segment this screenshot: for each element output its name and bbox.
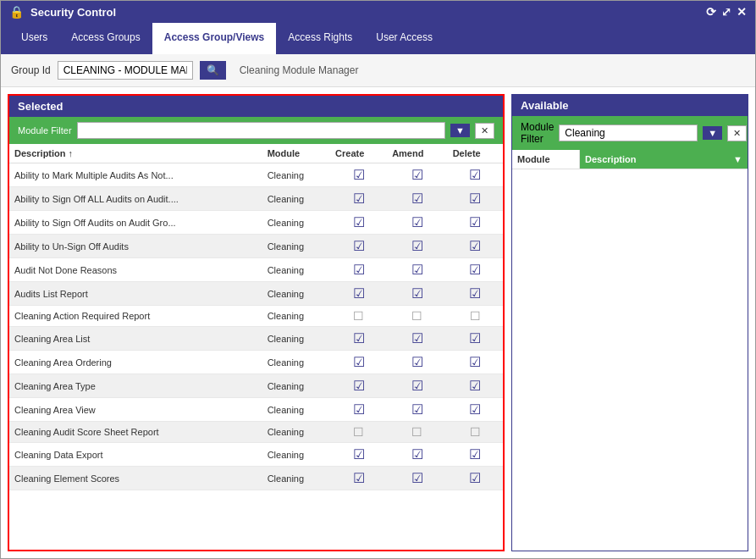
row-delete[interactable]: ☑ [448,282,503,306]
row-module: Cleaning [262,163,330,187]
table-row: Ability to Sign Off ALL Audits on Audit.… [9,187,503,211]
row-amend[interactable]: ☑ [387,211,448,235]
selected-filter-input[interactable] [77,122,446,139]
row-create[interactable]: ☑ [330,398,387,422]
row-delete[interactable]: ☑ [448,374,503,398]
row-delete[interactable]: ☑ [448,163,503,187]
nav-item-user-access[interactable]: User Access [364,23,444,54]
group-id-input[interactable] [58,61,193,80]
row-delete[interactable]: ☐ [448,306,503,327]
selected-table: Description ↑ Module Create Amend Delete… [9,144,503,490]
table-row: Ability to Un-Sign Off Audits Cleaning ☑… [9,235,503,258]
close-button[interactable]: ✕ [737,5,747,19]
row-module: Cleaning [262,258,330,282]
row-delete[interactable]: ☑ [448,443,503,467]
row-create[interactable]: ☑ [330,235,387,258]
row-create[interactable]: ☑ [330,374,387,398]
nav-item-users[interactable]: Users [9,23,59,54]
row-module: Cleaning [262,443,330,467]
group-description: Cleaning Module Manager [240,64,359,76]
row-create[interactable]: ☑ [330,351,387,374]
nav-item-access-group-views[interactable]: Access Group/Views [152,23,277,54]
table-row: Audits List Report Cleaning ☑ ☑ ☑ [9,282,503,306]
row-amend[interactable]: ☑ [387,282,448,306]
row-create[interactable]: ☑ [330,443,387,467]
row-description: Cleaning Audit Score Sheet Report [9,422,262,443]
nav-item-access-groups[interactable]: Access Groups [59,23,152,54]
row-delete[interactable]: ☑ [448,398,503,422]
row-delete[interactable]: ☑ [448,467,503,490]
row-description: Cleaning Action Required Report [9,306,262,327]
available-filter-clear[interactable]: ✕ [727,125,747,141]
row-create[interactable]: ☐ [330,306,387,327]
row-description: Cleaning Area List [9,327,262,351]
available-table-body [512,169,748,551]
available-panel: Available Module Filter ▼ ✕ Module Descr… [511,94,748,551]
col-create-header: Create [330,144,387,163]
row-description: Cleaning Area Ordering [9,351,262,374]
row-create[interactable]: ☑ [330,282,387,306]
nav-bar: Users Access Groups Access Group/Views A… [1,23,755,54]
row-module: Cleaning [262,467,330,490]
row-create[interactable]: ☑ [330,327,387,351]
content-area: Selected Module Filter ▼ ✕ Description ↑… [1,87,755,558]
row-amend[interactable]: ☑ [387,258,448,282]
group-id-label: Group Id [11,64,51,76]
col-delete-header: Delete [448,144,503,163]
row-delete[interactable]: ☑ [448,187,503,211]
selected-filter-clear[interactable]: ✕ [475,123,494,139]
selected-panel-filter: Module Filter ▼ ✕ [9,117,503,144]
row-delete[interactable]: ☑ [448,351,503,374]
row-description: Ability to Sign Off Audits on Audit Gro.… [9,211,262,235]
col-description-header[interactable]: Description ↑ [9,144,262,163]
available-filter-label: Module Filter [521,121,554,145]
search-button[interactable]: 🔍 [200,61,226,80]
row-description: Audits List Report [9,282,262,306]
expand-button[interactable]: ⤢ [721,5,731,19]
row-module: Cleaning [262,327,330,351]
table-row: Cleaning Audit Score Sheet Report Cleani… [9,422,503,443]
title-bar: 🔒 Security Control ⟳ ⤢ ✕ [1,1,755,23]
row-amend[interactable]: ☑ [387,443,448,467]
row-amend[interactable]: ☑ [387,187,448,211]
row-description: Cleaning Area Type [9,374,262,398]
row-delete[interactable]: ☐ [448,422,503,443]
row-delete[interactable]: ☑ [448,327,503,351]
row-amend[interactable]: ☑ [387,163,448,187]
row-module: Cleaning [262,374,330,398]
title-bar-left: 🔒 Security Control [9,5,116,19]
selected-filter-dropdown[interactable]: ▼ [450,124,470,137]
row-amend[interactable]: ☑ [387,351,448,374]
available-filter-dropdown[interactable]: ▼ [703,126,722,140]
table-row: Cleaning Area Type Cleaning ☑ ☑ ☑ [9,374,503,398]
refresh-button[interactable]: ⟳ [706,5,716,19]
table-row: Cleaning Area View Cleaning ☑ ☑ ☑ [9,398,503,422]
row-create[interactable]: ☑ [330,163,387,187]
row-amend[interactable]: ☑ [387,467,448,490]
row-module: Cleaning [262,306,330,327]
row-module: Cleaning [262,211,330,235]
available-col-module-header: Module [512,150,580,169]
row-delete[interactable]: ☑ [448,258,503,282]
selected-table-container: Description ↑ Module Create Amend Delete… [9,144,503,550]
row-amend[interactable]: ☑ [387,235,448,258]
row-create[interactable]: ☑ [330,258,387,282]
row-create[interactable]: ☑ [330,467,387,490]
row-amend[interactable]: ☑ [387,398,448,422]
selected-filter-label: Module Filter [18,125,72,136]
row-delete[interactable]: ☑ [448,211,503,235]
nav-item-access-rights[interactable]: Access Rights [276,23,364,54]
row-amend[interactable]: ☐ [387,422,448,443]
row-amend[interactable]: ☑ [387,374,448,398]
row-create[interactable]: ☐ [330,422,387,443]
available-filter-input[interactable] [559,125,698,141]
row-module: Cleaning [262,282,330,306]
row-create[interactable]: ☑ [330,187,387,211]
row-delete[interactable]: ☑ [448,235,503,258]
row-amend[interactable]: ☑ [387,327,448,351]
available-col-desc-dropdown[interactable]: ▼ [733,154,742,164]
row-amend[interactable]: ☐ [387,306,448,327]
row-description: Ability to Un-Sign Off Audits [9,235,262,258]
title-bar-controls: ⟳ ⤢ ✕ [706,5,747,19]
row-create[interactable]: ☑ [330,211,387,235]
